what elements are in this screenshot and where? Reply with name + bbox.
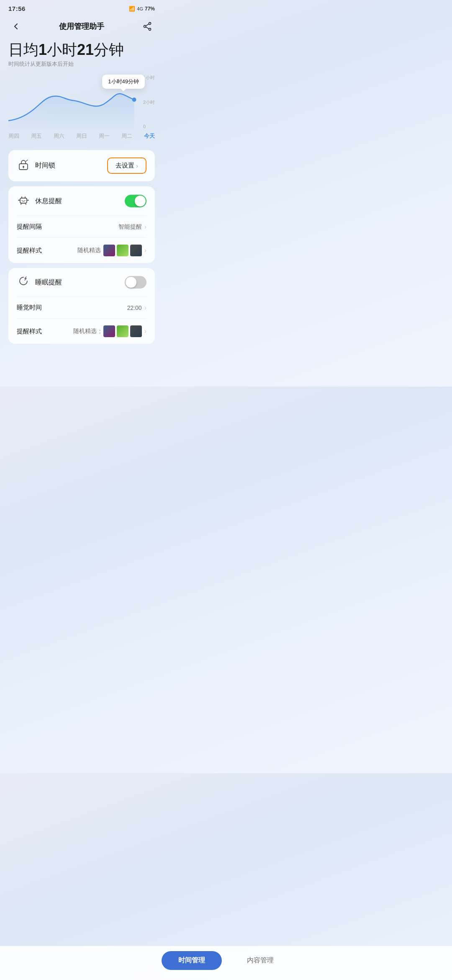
x-label-today: 今天 — [144, 132, 155, 140]
sleep-icon — [17, 276, 30, 289]
time-lock-card: 时间锁 去设置 › — [8, 150, 155, 181]
sleep-time-text: 22:00 — [127, 304, 142, 311]
sleep-style-text: 随机精选 — [73, 328, 97, 335]
daily-num1: 1 — [39, 41, 47, 58]
sleep-style-separator: : — [99, 328, 101, 335]
go-set-chevron: › — [136, 162, 138, 169]
reminder-interval-value: 智能提醒 › — [118, 223, 146, 231]
rest-reminder-left: 休息提醒 — [17, 194, 62, 208]
back-button[interactable] — [8, 19, 23, 34]
thumb-2 — [117, 245, 128, 256]
x-label-thu: 周四 — [8, 132, 19, 140]
time-lock-left: 时间锁 — [17, 159, 55, 173]
svg-line-4 — [146, 27, 149, 28]
x-label-sat: 周六 — [54, 132, 64, 140]
interval-value-text: 智能提醒 — [118, 223, 142, 231]
wifi-icon: 4G — [137, 6, 143, 11]
daily-label2: 小时 — [47, 41, 77, 58]
y-label-bot: 0 — [143, 124, 155, 129]
sleep-style-value: 随机精选 : › — [73, 325, 146, 337]
battery-text: 77% — [145, 6, 155, 12]
rest-reminder-icon — [17, 194, 30, 208]
page-title: 使用管理助手 — [59, 21, 104, 31]
style-value-text: 随机精选 — [77, 247, 101, 254]
thumb-3 — [130, 245, 142, 256]
sleep-time-row[interactable]: 睡觉时间 22:00 › — [8, 297, 155, 318]
x-label-tue: 周二 — [121, 132, 132, 140]
daily-label1: 日均 — [8, 41, 39, 58]
usage-chart: / 小时 2小时 0 1小时49分钟 — [8, 75, 155, 142]
sleep-reminder-label: 睡眠提醒 — [35, 278, 62, 287]
sleep-time-label: 睡觉时间 — [17, 304, 42, 312]
daily-num2: 21 — [77, 41, 94, 58]
sleep-style-thumbnails — [103, 325, 142, 337]
rest-reminder-toggle[interactable] — [125, 195, 146, 207]
interval-chevron: › — [144, 223, 146, 231]
sleep-thumb-2 — [117, 325, 128, 337]
x-label-mon: 周一 — [99, 132, 110, 140]
chart-svg — [8, 75, 142, 129]
style-thumbnails — [103, 245, 142, 256]
go-set-button[interactable]: 去设置 › — [107, 157, 146, 174]
chart-x-labels: 周四 周五 周六 周日 周一 周二 今天 — [8, 129, 155, 140]
sleep-toggle-knob — [126, 277, 136, 288]
chart-y-labels: / 小时 2小时 0 — [143, 75, 155, 129]
reminder-style-label: 提醒样式 — [17, 247, 42, 255]
sleep-thumb-1 — [103, 325, 115, 337]
thumb-1 — [103, 245, 115, 256]
sleep-reminder-toggle[interactable] — [125, 276, 146, 289]
style-chevron: › — [144, 247, 146, 254]
sleep-style-label: 提醒样式 — [17, 328, 42, 335]
cards-section: 时间锁 去设置 › — [8, 150, 155, 344]
toggle-knob — [135, 196, 146, 206]
sleep-reminder-card: 睡眠提醒 睡觉时间 22:00 › 提醒样式 随机精选 : — [8, 268, 155, 344]
chart-area: / 小时 2小时 0 1小时49分钟 — [8, 75, 155, 129]
status-time: 17:56 — [8, 5, 26, 12]
sleep-style-row[interactable]: 提醒样式 随机精选 : › — [8, 319, 155, 344]
daily-avg-title: 日均1小时21分钟 — [8, 41, 155, 59]
reminder-interval-label: 提醒间隔 — [17, 223, 42, 231]
signal-icon: 📶 — [129, 6, 135, 12]
reminder-style-row[interactable]: 提醒样式 随机精选 › — [8, 238, 155, 263]
sleep-time-value: 22:00 › — [127, 304, 146, 312]
daily-avg-subtitle: 时间统计从更新版本后开始 — [8, 60, 155, 68]
y-label-mid: 2小时 — [143, 99, 155, 106]
reminder-interval-row[interactable]: 提醒间隔 智能提醒 › — [8, 216, 155, 237]
sleep-reminder-row: 睡眠提醒 — [8, 268, 155, 297]
sleep-style-chevron: › — [144, 328, 146, 335]
sleep-time-chevron: › — [144, 304, 146, 312]
y-label-top: / 小时 — [143, 75, 155, 81]
time-lock-label: 时间锁 — [35, 161, 55, 170]
main-content: 日均1小时21分钟 时间统计从更新版本后开始 / 小时 2小时 0 1小时49分… — [0, 41, 163, 387]
rest-reminder-label: 休息提醒 — [35, 197, 62, 206]
svg-line-3 — [146, 24, 149, 26]
status-bar: 17:56 📶 4G 77% — [0, 0, 163, 15]
rest-reminder-card: 休息提醒 提醒间隔 智能提醒 › 提醒样式 随机精选 — [8, 186, 155, 263]
time-lock-row: 时间锁 去设置 › — [8, 150, 155, 181]
svg-point-5 — [132, 98, 136, 102]
daily-avg-section: 日均1小时21分钟 时间统计从更新版本后开始 — [8, 41, 155, 68]
reminder-style-value: 随机精选 › — [77, 245, 146, 256]
nav-bar: 使用管理助手 — [0, 15, 163, 41]
status-icons: 📶 4G 77% — [129, 6, 155, 12]
time-lock-icon — [17, 159, 30, 173]
share-button[interactable] — [140, 19, 155, 34]
rest-reminder-row: 休息提醒 — [8, 186, 155, 216]
svg-rect-9 — [20, 198, 27, 203]
daily-label3: 分钟 — [94, 41, 124, 58]
sleep-reminder-left: 睡眠提醒 — [17, 276, 62, 289]
x-label-fri: 周五 — [31, 132, 42, 140]
x-label-sun: 周日 — [76, 132, 87, 140]
sleep-thumb-3 — [130, 325, 142, 337]
